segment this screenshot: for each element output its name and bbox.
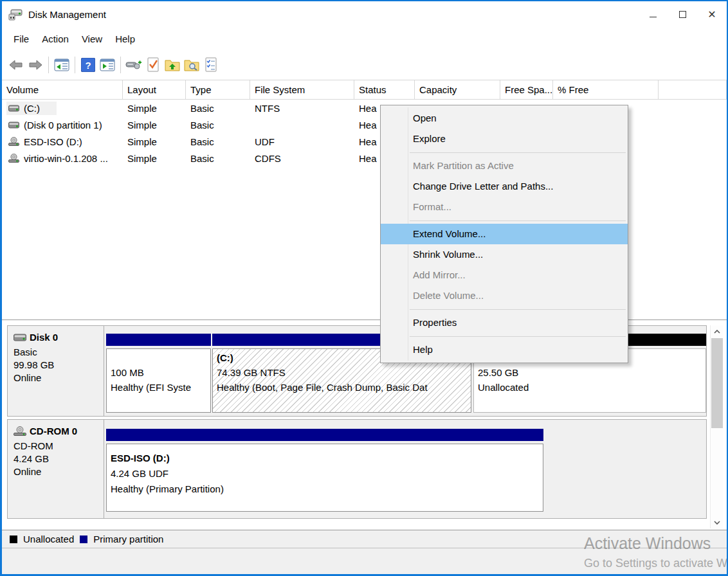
menu-separator <box>410 152 626 153</box>
volume-name: virtio-win-0.1.208 ... <box>24 153 108 164</box>
volume-layout: Simple <box>123 153 186 164</box>
action-pane-icon[interactable] <box>98 55 117 75</box>
toolbar-separator <box>75 57 75 73</box>
volume-file-system: NTFS <box>250 103 354 114</box>
partition-size: 100 MB <box>111 365 210 380</box>
menu-separator <box>410 309 626 310</box>
partition-name <box>111 350 210 365</box>
volume-layout: Simple <box>123 136 186 147</box>
partition-size: 25.50 GB <box>478 365 705 380</box>
partition-name: ESD-ISO (D:) <box>111 451 543 466</box>
menu-item-delete-volume: Delete Volume... <box>381 285 628 306</box>
volume-list-header: Volume Layout Type File System Status Ca… <box>2 80 727 100</box>
menu-bar: File Action View Help <box>2 28 727 50</box>
menu-item-explore[interactable]: Explore <box>381 129 628 149</box>
menu-separator <box>410 336 626 337</box>
primary-partition-swatch <box>80 536 87 543</box>
menu-item-help[interactable]: Help <box>381 339 628 360</box>
disk-status: Online <box>14 465 104 478</box>
menu-item-change-drive-letter[interactable]: Change Drive Letter and Paths... <box>381 176 628 197</box>
cdrom0-area: ESD-ISO (D:) 4.24 GB UDF Healthy (Primar… <box>104 420 706 518</box>
column-header-file-system[interactable]: File System <box>250 80 354 99</box>
maximize-icon[interactable] <box>668 1 697 28</box>
column-header-layout[interactable]: Layout <box>123 80 186 99</box>
legend-label-primary-partition: Primary partition <box>93 534 163 544</box>
menu-item-add-mirror: Add Mirror... <box>381 265 628 285</box>
disk-size: 4.24 GB <box>14 453 104 465</box>
column-header-status[interactable]: Status <box>354 80 415 99</box>
drive-icon <box>8 122 19 129</box>
disk0-label[interactable]: Disk 0 Basic 99.98 GB Online <box>8 326 104 416</box>
column-header-percent-free[interactable]: % Free <box>553 80 659 99</box>
column-header-volume[interactable]: Volume <box>2 80 123 99</box>
menu-item-open[interactable]: Open <box>381 108 628 129</box>
back-icon[interactable] <box>6 55 26 75</box>
partition-size: 4.24 GB UDF <box>111 466 543 482</box>
menu-action[interactable]: Action <box>35 31 75 47</box>
cd-icon <box>14 426 26 436</box>
column-header-type[interactable]: Type <box>186 80 250 99</box>
menu-view[interactable]: View <box>75 31 109 47</box>
cd-icon <box>8 137 19 146</box>
rescan-disks-icon[interactable] <box>124 55 143 75</box>
scroll-down-icon[interactable] <box>711 516 723 528</box>
folder-search-icon[interactable] <box>182 55 201 75</box>
column-header-blank <box>659 80 727 99</box>
menu-file[interactable]: File <box>7 31 35 47</box>
menu-help[interactable]: Help <box>109 31 141 47</box>
unallocated-swatch <box>10 536 17 543</box>
partition-status: Healthy (Primary Partition) <box>111 482 543 497</box>
cdrom0-label[interactable]: CD-ROM 0 CD-ROM 4.24 GB Online <box>8 420 104 518</box>
volume-name: ESD-ISO (D:) <box>24 136 82 147</box>
volume-name: (Disk 0 partition 1) <box>24 120 102 130</box>
legend-label-unallocated: Unallocated <box>23 534 74 544</box>
column-header-free-space[interactable]: Free Spa... <box>500 80 553 99</box>
disk-management-window: Disk Management ✕ File Action View Help <box>0 0 728 576</box>
task-check-icon[interactable] <box>143 55 163 75</box>
cd-icon <box>8 154 19 163</box>
partition-efi[interactable]: 100 MB Healthy (EFI Syste <box>106 334 211 413</box>
drive-icon <box>14 334 26 341</box>
volume-type: Basic <box>186 120 250 130</box>
volume-file-system: UDF <box>250 136 354 147</box>
disk-type: CD-ROM <box>14 440 104 453</box>
menu-item-shrink-volume[interactable]: Shrink Volume... <box>381 244 628 265</box>
context-menu: Open Explore Mark Partition as Active Ch… <box>380 105 628 363</box>
svg-text:?: ? <box>85 60 91 71</box>
folder-up-icon[interactable] <box>163 55 182 75</box>
scrollbar-thumb[interactable] <box>711 338 723 428</box>
volume-type: Basic <box>186 103 250 114</box>
menu-separator <box>410 221 626 221</box>
scroll-up-icon[interactable] <box>711 325 723 338</box>
disk-status: Online <box>14 372 104 384</box>
toolbar: ? <box>2 50 727 80</box>
help-icon[interactable]: ? <box>78 55 98 75</box>
menu-item-format: Format... <box>381 197 628 217</box>
forward-icon[interactable] <box>26 55 45 75</box>
close-icon[interactable]: ✕ <box>697 1 727 28</box>
volume-layout: Simple <box>123 103 186 114</box>
partition-status: Unallocated <box>478 380 705 395</box>
partition-color-bar <box>106 429 543 441</box>
volume-type: Basic <box>186 153 250 164</box>
menu-item-extend-volume[interactable]: Extend Volume... <box>381 224 628 244</box>
disk-size: 99.98 GB <box>14 359 104 372</box>
volume-type: Basic <box>186 136 250 147</box>
vertical-scrollbar[interactable] <box>710 325 723 528</box>
volume-layout: Simple <box>123 120 186 130</box>
volume-file-system: CDFS <box>250 153 354 164</box>
partition-status: Healthy (Boot, Page File, Crash Dump, Ba… <box>217 380 471 395</box>
volume-name: (C:) <box>24 103 40 114</box>
title-bar: Disk Management ✕ <box>2 1 727 28</box>
menu-item-mark-partition-active: Mark Partition as Active <box>381 156 628 176</box>
console-tree-icon[interactable] <box>52 55 71 75</box>
column-header-capacity[interactable]: Capacity <box>415 80 500 99</box>
toolbar-separator <box>120 57 121 73</box>
checklist-icon[interactable] <box>201 55 221 75</box>
status-bar <box>2 548 727 574</box>
minimize-icon[interactable] <box>638 1 668 28</box>
partition-status: Healthy (EFI Syste <box>111 380 210 395</box>
cdrom0-row: CD-ROM 0 CD-ROM 4.24 GB Online ESD-ISO (… <box>7 419 707 519</box>
partition-esd-iso[interactable]: ESD-ISO (D:) 4.24 GB UDF Healthy (Primar… <box>106 429 543 512</box>
menu-item-properties[interactable]: Properties <box>381 312 628 333</box>
